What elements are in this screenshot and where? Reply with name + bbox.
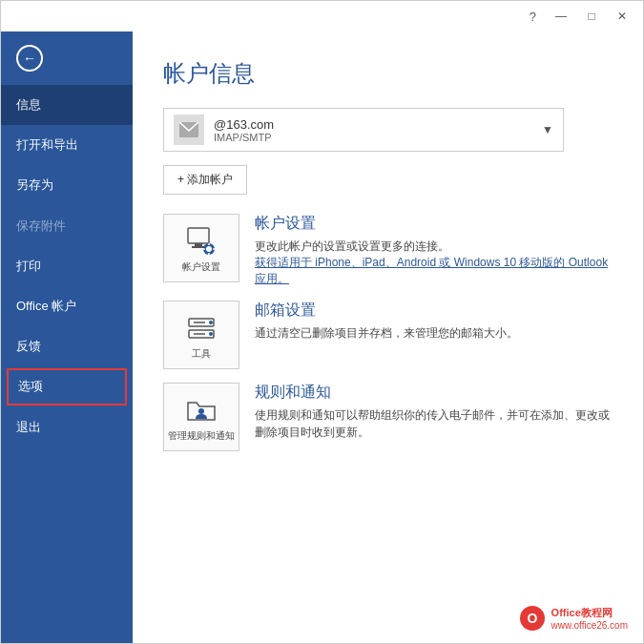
office-logo-icon: O	[519, 605, 546, 632]
sidebar-item-info[interactable]: 信息	[1, 85, 133, 125]
svg-rect-1	[188, 228, 209, 243]
sidebar-item-options[interactable]: 选项	[7, 368, 127, 405]
mailbox-icon	[184, 311, 218, 347]
window: ? — □ ✕ ← 信息 打开和导出 另存为 保存附件	[0, 0, 644, 644]
mailbox-label: 工具	[192, 347, 211, 360]
mailbox-title: 邮箱设置	[255, 301, 613, 321]
sidebar-item-save-as[interactable]: 另存为	[1, 165, 133, 205]
watermark-text: Office教程网 www.office26.com	[551, 606, 628, 631]
account-settings-content: 帐户设置 更改此帐户的设置或设置更多的连接。 获得适用于 iPhone、iPad…	[255, 214, 613, 287]
dropdown-arrow-icon: ▼	[542, 123, 553, 136]
sidebar-item-exit[interactable]: 退出	[1, 407, 133, 447]
rules-title: 规则和通知	[255, 383, 613, 403]
watermark: O Office教程网 www.office26.com	[519, 605, 628, 632]
sidebar-item-office-account[interactable]: Office 帐户	[1, 286, 133, 326]
sidebar-item-feedback[interactable]: 反馈	[1, 326, 133, 366]
account-icon	[174, 114, 204, 145]
account-email: @163.com	[214, 117, 542, 132]
page-title: 帐户信息	[163, 58, 613, 89]
svg-rect-3	[192, 246, 205, 248]
svg-rect-2	[195, 243, 202, 246]
add-account-button[interactable]: + 添加帐户	[163, 165, 247, 195]
account-dropdown[interactable]: @163.com IMAP/SMTP ▼	[163, 108, 564, 152]
mailbox-desc: 通过清空已删除项目并存档，来管理您的邮箱大小。	[255, 324, 613, 342]
account-type: IMAP/SMTP	[214, 132, 542, 143]
account-info: @163.com IMAP/SMTP	[214, 117, 542, 143]
account-settings-icon-box[interactable]: 帐户设置	[163, 214, 239, 282]
rules-card: 管理规则和通知 规则和通知 使用规则和通知可以帮助组织你的传入电子邮件，并可在添…	[163, 383, 613, 451]
account-settings-title: 帐户设置	[255, 214, 613, 234]
content-area: 帐户信息 @163.com IMAP/SMTP ▼ + 添加帐户	[133, 31, 643, 643]
account-settings-card: 帐户设置 帐户设置 更改此帐户的设置或设置更多的连接。 获得适用于 iPhone…	[163, 214, 613, 287]
back-icon: ←	[16, 45, 43, 72]
back-button[interactable]: ←	[1, 31, 133, 85]
account-settings-desc: 更改此帐户的设置或设置更多的连接。	[255, 238, 613, 255]
svg-text:O: O	[527, 611, 537, 626]
rules-icon-box[interactable]: 管理规则和通知	[163, 383, 239, 451]
svg-point-5	[206, 246, 212, 252]
rules-content: 规则和通知 使用规则和通知可以帮助组织你的传入电子邮件，并可在添加、更改或删除项…	[255, 383, 613, 441]
svg-point-16	[198, 408, 204, 414]
svg-point-13	[209, 332, 213, 336]
add-account-label: + 添加帐户	[177, 172, 233, 188]
account-settings-label: 帐户设置	[182, 260, 220, 273]
main-area: ← 信息 打开和导出 另存为 保存附件 打印 Office 帐户 反馈	[1, 31, 643, 643]
account-settings-icon	[184, 224, 218, 260]
window-controls: — □ ✕	[548, 6, 635, 27]
svg-point-12	[209, 321, 213, 324]
mailbox-settings-card: 工具 邮箱设置 通过清空已删除项目并存档，来管理您的邮箱大小。	[163, 301, 613, 369]
mailbox-content: 邮箱设置 通过清空已删除项目并存档，来管理您的邮箱大小。	[255, 301, 613, 342]
mailbox-icon-box[interactable]: 工具	[163, 301, 239, 369]
sidebar-item-print[interactable]: 打印	[1, 246, 133, 286]
minimize-button[interactable]: —	[548, 6, 574, 27]
title-bar: ? — □ ✕	[1, 1, 643, 31]
rules-label: 管理规则和通知	[168, 429, 235, 442]
sidebar: ← 信息 打开和导出 另存为 保存附件 打印 Office 帐户 反馈	[1, 31, 133, 643]
maximize-button[interactable]: □	[578, 6, 605, 27]
close-button[interactable]: ✕	[609, 6, 635, 27]
rules-icon	[184, 393, 218, 429]
help-button[interactable]: ?	[530, 10, 536, 24]
sidebar-item-open-export[interactable]: 打开和导出	[1, 125, 133, 165]
sidebar-item-save-attach[interactable]: 保存附件	[1, 206, 133, 246]
rules-desc: 使用规则和通知可以帮助组织你的传入电子邮件，并可在添加、更改或删除项目时收到更新…	[255, 406, 613, 441]
account-settings-link[interactable]: 获得适用于 iPhone、iPad、Android 或 Windows 10 移…	[255, 255, 613, 287]
